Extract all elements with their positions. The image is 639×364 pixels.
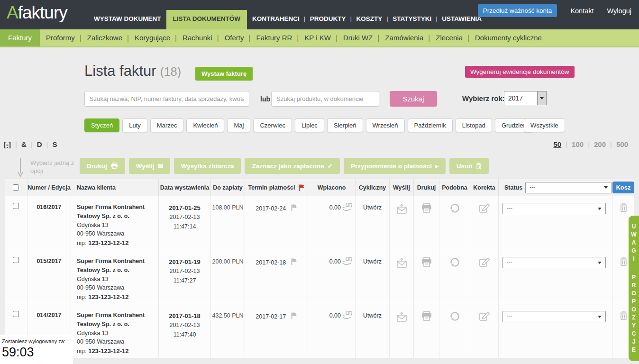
correction-icon[interactable] <box>479 203 490 250</box>
invoice-number-link[interactable]: 016/2017 <box>27 196 71 250</box>
page-size-50[interactable]: 50 <box>554 140 562 148</box>
select-all-checkbox[interactable] <box>13 184 19 191</box>
month-tab-listopad[interactable]: Listopad <box>456 118 492 132</box>
paid-cell: 0.00 <box>308 196 356 250</box>
bulk-mass-send-button[interactable]: Wysyłka zbiorcza <box>174 158 241 174</box>
month-tab-styczen[interactable]: Styczeń <box>84 118 119 132</box>
nav-lista-dokumentow[interactable]: LISTA DOKUMENTÓW <box>166 10 247 29</box>
month-tab-lipiec[interactable]: Lipiec <box>295 118 324 132</box>
nav-statystyki[interactable]: STATYSTYKI <box>387 15 437 29</box>
nav-ustawienia[interactable]: USTAWIENIA <box>437 15 487 29</box>
submenu-faktury[interactable]: Faktury <box>0 29 40 46</box>
submenu-faktury-rr[interactable]: Faktury RR <box>250 29 298 46</box>
month-tab-marzec[interactable]: Marzec <box>150 118 184 132</box>
send-email-icon[interactable] <box>395 257 408 304</box>
nav-koszty[interactable]: KOSZTY <box>351 15 388 29</box>
submenu-zaliczkowe[interactable]: Zaliczkowe <box>81 29 128 46</box>
month-tab-sierpien[interactable]: Sierpień <box>327 118 363 132</box>
submenu-kp-i-kw[interactable]: KP i KW <box>298 29 337 46</box>
search-product-input[interactable] <box>271 91 379 107</box>
delete-row-icon[interactable] <box>620 203 628 250</box>
client-name-link[interactable]: Super Firma Kontrahent Testowy Sp. z o. … <box>77 311 155 329</box>
bulk-delete-button[interactable]: Usuń <box>449 158 489 174</box>
year-select[interactable]: 2017 <box>504 91 547 105</box>
tab-propozycje[interactable]: PROPOZYCJE <box>630 274 637 355</box>
month-tab-czerwiec[interactable]: Czerwiec <box>253 118 292 132</box>
submenu-korygujace[interactable]: Korygujące <box>128 29 176 46</box>
month-tab-luty[interactable]: Luty <box>122 118 147 132</box>
client-name-link[interactable]: Super Firma Kontrahent Testowy Sp. z o. … <box>77 257 155 275</box>
submenu-druki-wz[interactable]: Druki WZ <box>337 29 379 46</box>
year-select-arrow[interactable] <box>537 91 547 105</box>
add-payment-icon[interactable] <box>342 203 353 250</box>
month-tab-pazdziernik[interactable]: Październik <box>408 118 453 132</box>
duplicate-icon[interactable] <box>449 257 460 304</box>
row-status-select[interactable]: --- <box>502 311 606 322</box>
chevron-down-icon <box>540 97 544 100</box>
print-row-icon[interactable] <box>421 203 432 250</box>
generate-records-button[interactable]: Wygeneruj ewidencje dokumentów <box>465 66 575 78</box>
status-filter-select[interactable]: --- <box>525 182 612 193</box>
tab-uwagi[interactable]: UWAGI <box>630 223 637 264</box>
extend-account-button[interactable]: Przedłuż ważność konta <box>478 4 557 17</box>
send-email-icon[interactable] <box>395 203 408 250</box>
bulk-print-button[interactable]: Drukuj <box>80 158 125 174</box>
flag-icon[interactable] <box>291 204 297 213</box>
page-size-100[interactable]: 100 <box>572 140 584 148</box>
submenu-oferty[interactable]: Oferty <box>219 29 250 46</box>
bulk-mark-paid-button[interactable]: Zaznacz jako zapłacone ✓ <box>245 158 340 174</box>
submenu-zamowienia[interactable]: Zamówienia <box>379 29 429 46</box>
correction-icon[interactable] <box>479 257 490 304</box>
add-payment-icon[interactable] <box>342 257 353 304</box>
row-status-select[interactable]: --- <box>502 203 606 214</box>
client-name-link[interactable]: Super Firma Kontrahent Testowy Sp. z o. … <box>77 203 155 221</box>
trash-bin-button[interactable]: Kosz <box>612 182 634 193</box>
header-amount: Do zapłaty <box>211 179 245 196</box>
submenu-proformy[interactable]: Proformy <box>40 29 81 46</box>
bulk-payment-reminder-button[interactable]: Przypomnienie o płatności ▸ <box>344 158 446 174</box>
new-invoice-button[interactable]: Wystaw fakturę <box>195 67 253 81</box>
duplicate-icon[interactable] <box>449 203 460 250</box>
view-option-d[interactable]: D <box>37 140 42 148</box>
row-checkbox[interactable] <box>13 311 19 317</box>
month-tab-wrzesien[interactable]: Wrzesień <box>366 118 405 132</box>
print-row-icon[interactable] <box>421 311 432 358</box>
create-cyclic-link[interactable]: Utwórz <box>356 196 390 250</box>
submenu-dokumenty-cykliczne[interactable]: Dokumenty cykliczne <box>469 29 548 46</box>
row-checkbox[interactable] <box>13 203 19 209</box>
submenu-rachunki[interactable]: Rachunki <box>176 29 219 46</box>
view-option-amp[interactable]: & <box>21 140 27 148</box>
month-tab-wszystkie[interactable]: Wszystkie <box>524 118 565 132</box>
month-tab-maj[interactable]: Maj <box>227 118 250 132</box>
delete-row-icon[interactable] <box>620 257 628 304</box>
correction-icon[interactable] <box>479 311 490 358</box>
flag-icon[interactable] <box>291 312 297 321</box>
invoice-number-link[interactable]: 015/2017 <box>27 250 71 304</box>
page-size-500[interactable]: 500 <box>616 140 628 148</box>
page-size-200[interactable]: 200 <box>594 140 606 148</box>
bulk-send-button[interactable]: Wyślij ✉ <box>129 158 170 174</box>
delete-row-icon[interactable] <box>620 311 628 358</box>
search-invoices-input[interactable] <box>84 91 249 107</box>
create-cyclic-link[interactable]: Utwórz <box>356 250 390 304</box>
row-status-select[interactable]: --- <box>502 257 606 268</box>
create-cyclic-link[interactable]: Utwórz <box>356 304 390 358</box>
print-row-icon[interactable] <box>421 257 432 304</box>
client-nip: nip:123-123-12-12 <box>77 238 155 248</box>
search-button[interactable]: Szukaj <box>390 91 437 107</box>
row-checkbox[interactable] <box>13 257 19 263</box>
nav-wystaw-dokument[interactable]: WYSTAW DOKUMENT <box>89 15 166 29</box>
month-tab-kwiecien[interactable]: Kwiecień <box>186 118 224 132</box>
view-option-s[interactable]: S <box>52 140 57 148</box>
contact-link[interactable]: Kontakt <box>570 7 593 15</box>
view-option-collapse[interactable]: [-] <box>4 140 11 148</box>
nav-produkty[interactable]: PRODUKTY <box>305 15 351 29</box>
logout-link[interactable]: Wyloguj <box>607 7 631 15</box>
app-logo[interactable]: Afaktury <box>7 3 67 23</box>
flag-icon[interactable] <box>291 258 297 267</box>
add-payment-icon[interactable] <box>342 311 353 358</box>
nav-kontrahenci[interactable]: KONTRAHENCI <box>247 15 305 29</box>
send-email-icon[interactable] <box>395 311 408 358</box>
submenu-zlecenia[interactable]: Zlecenia <box>429 29 469 46</box>
duplicate-icon[interactable] <box>449 311 460 358</box>
